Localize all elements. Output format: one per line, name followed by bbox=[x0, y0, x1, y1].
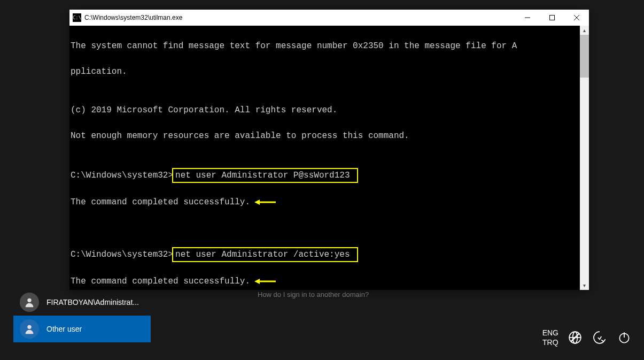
language-primary: ENG bbox=[542, 328, 558, 338]
svg-marker-5 bbox=[254, 200, 260, 205]
highlighted-command: net user Administrator P@ssWord123 bbox=[172, 168, 358, 183]
power-icon[interactable] bbox=[616, 330, 632, 346]
user-avatar-icon bbox=[20, 293, 39, 312]
console-prompt: C:\Windows\system32> bbox=[71, 250, 173, 259]
user-tile-administrator[interactable]: FIRATBOYAN\Administrat... bbox=[13, 289, 151, 316]
console-text: The command completed successfully. bbox=[71, 197, 250, 207]
highlighted-command: net user Administrator /active:yes bbox=[172, 247, 358, 262]
scroll-down-button[interactable]: ▾ bbox=[580, 281, 589, 290]
cmd-icon: C:\ bbox=[73, 13, 81, 22]
window-title: C:\Windows\system32\utilman.exe bbox=[84, 14, 515, 21]
scroll-thumb[interactable] bbox=[580, 35, 589, 78]
ease-of-access-icon[interactable] bbox=[592, 330, 608, 346]
maximize-button[interactable] bbox=[540, 10, 564, 26]
title-bar[interactable]: C:\ C:\Windows\system32\utilman.exe bbox=[69, 10, 589, 26]
network-icon[interactable] bbox=[567, 330, 583, 346]
cmd-window: C:\ C:\Windows\system32\utilman.exe The … bbox=[69, 10, 589, 290]
console-output[interactable]: The system cannot find message text for … bbox=[69, 26, 589, 290]
console-text: pplication. bbox=[71, 67, 127, 76]
language-secondary: TRQ bbox=[542, 338, 558, 347]
svg-rect-1 bbox=[550, 16, 555, 20]
svg-marker-7 bbox=[254, 279, 260, 284]
console-text: (c) 2019 Microsoft Corporation. All righ… bbox=[71, 105, 337, 115]
close-button[interactable] bbox=[564, 10, 589, 26]
domain-signin-hint: How do I sign in to another domain? bbox=[258, 290, 369, 298]
console-text: Not enough memory resources are availabl… bbox=[71, 131, 409, 141]
console-prompt: C:\Windows\system32> bbox=[71, 171, 173, 180]
user-account-list: FIRATBOYAN\Administrat... Other user bbox=[13, 289, 151, 342]
console-text: The system cannot find message text for … bbox=[71, 41, 517, 51]
language-switcher[interactable]: ENG TRQ bbox=[542, 328, 558, 347]
scroll-track[interactable] bbox=[580, 35, 589, 281]
annotation-arrow-icon bbox=[254, 199, 276, 205]
scroll-up-button[interactable]: ▴ bbox=[580, 26, 589, 35]
user-label: Other user bbox=[46, 325, 82, 333]
svg-point-8 bbox=[27, 298, 31, 302]
user-avatar-icon bbox=[20, 319, 39, 339]
minimize-button[interactable] bbox=[515, 10, 540, 26]
user-label: FIRATBOYAN\Administrat... bbox=[46, 298, 139, 307]
vertical-scrollbar[interactable]: ▴ ▾ bbox=[580, 26, 589, 290]
system-tray: ENG TRQ bbox=[542, 328, 632, 347]
user-tile-other-user[interactable]: Other user bbox=[13, 316, 151, 342]
annotation-arrow-icon bbox=[254, 278, 276, 285]
svg-point-9 bbox=[27, 325, 31, 329]
console-text: The command completed successfully. bbox=[71, 277, 250, 286]
